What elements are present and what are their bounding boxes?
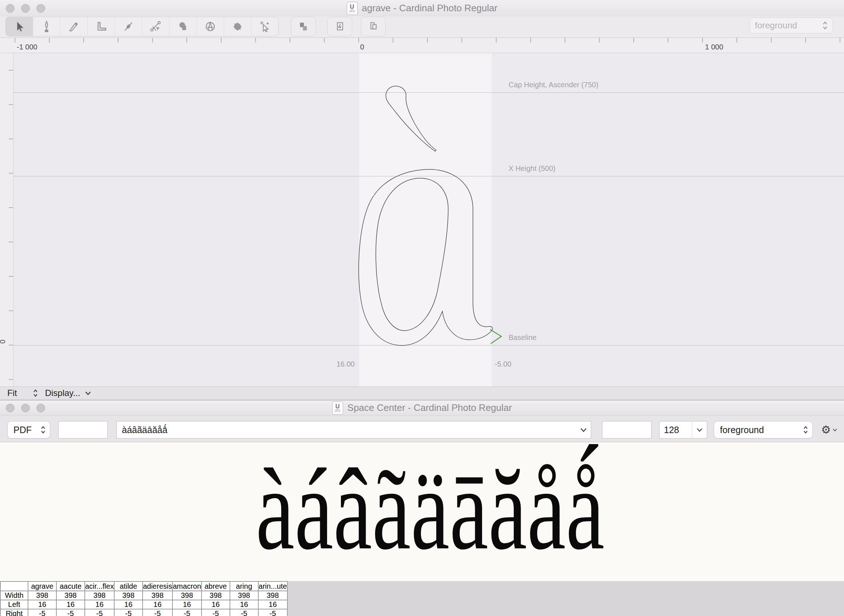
metric-cell[interactable]: 16	[201, 600, 230, 609]
suffix-input[interactable]	[602, 421, 652, 439]
agrave-outline[interactable]	[13, 53, 844, 387]
metric-cell[interactable]: 16	[172, 600, 201, 609]
space-center-titlebar[interactable]: U UFO Space Center - Cardinal Photo Regu…	[0, 400, 844, 415]
column-header[interactable]: aring	[230, 581, 258, 591]
point-size-chevron-icon[interactable]	[692, 421, 707, 438]
mode-dropdown-value: PDF	[13, 425, 32, 435]
selection-tool-button[interactable]	[6, 17, 33, 36]
zoom-fit-label[interactable]: Fit	[7, 388, 17, 398]
metric-cell[interactable]: 398	[142, 591, 172, 600]
layers-button[interactable]	[291, 17, 316, 37]
prefix-input[interactable]	[58, 421, 108, 439]
left-sidebearing-value: 16.00	[327, 360, 355, 368]
display-menu-label[interactable]: Display...	[45, 388, 81, 398]
metrics-area: agrave aacute acir...flex atilde adieres…	[0, 581, 844, 616]
ruler-label-1000: 1 000	[705, 43, 723, 51]
duplicate-window-button[interactable]	[361, 17, 386, 37]
transform-tool-button[interactable]	[197, 17, 224, 36]
knife-tool-button[interactable]	[60, 17, 88, 36]
mode-dropdown[interactable]: PDF	[7, 421, 50, 439]
pixel-tool-button[interactable]	[224, 17, 251, 36]
metric-cell[interactable]: -5	[142, 609, 172, 616]
metric-cell[interactable]: 16	[114, 600, 142, 609]
metric-cell[interactable]: -5	[201, 609, 230, 616]
minimize-button[interactable]	[21, 403, 30, 412]
pen-nib-icon	[40, 21, 53, 33]
glyph-preview-area[interactable]: àáâãäāăåǻ	[0, 442, 844, 581]
a-body-inner-contour[interactable]	[376, 178, 448, 330]
page-4-icon	[334, 21, 346, 32]
close-button[interactable]	[6, 403, 15, 412]
metric-cell[interactable]: -5	[56, 609, 85, 616]
column-header[interactable]: adieresis	[142, 581, 172, 591]
metric-cell[interactable]: 398	[230, 591, 258, 600]
preview-page-button[interactable]	[327, 17, 352, 37]
display-menu-chevron-icon[interactable]	[85, 391, 91, 395]
metric-cell[interactable]: -5	[28, 609, 56, 616]
window-controls	[6, 403, 45, 412]
tool-palette	[6, 17, 279, 37]
zoom-button[interactable]	[37, 4, 45, 13]
zoom-button[interactable]	[37, 403, 45, 412]
metric-cell[interactable]: 398	[114, 591, 142, 600]
metric-cell[interactable]: -5	[258, 609, 288, 616]
options-menu-button[interactable]: ⚙	[821, 424, 837, 435]
metric-cell[interactable]: 398	[172, 591, 201, 600]
window-title: U UFO Space Center - Cardinal Photo Regu…	[332, 402, 512, 415]
selection-arrow-icon	[13, 21, 25, 33]
measure-tool-button[interactable]	[88, 17, 115, 36]
minimize-button[interactable]	[21, 4, 30, 13]
metric-cell[interactable]: -5	[85, 609, 114, 616]
point-selection-tool-button[interactable]	[251, 17, 278, 36]
shape-tool-button[interactable]	[170, 17, 197, 36]
metric-cell[interactable]: 398	[258, 591, 288, 600]
scissors-tool-button[interactable]	[142, 17, 170, 36]
column-header[interactable]: arin...ute	[258, 581, 288, 591]
space-center-title-text: Space Center - Cardinal Photo Regular	[348, 402, 512, 414]
metric-cell[interactable]: 16	[258, 600, 288, 609]
window-controls	[6, 4, 45, 13]
metric-cell[interactable]: 398	[28, 591, 56, 600]
layer-dropdown-glyph-window[interactable]: foreground	[749, 18, 833, 34]
ufo-file-icon: U UFO	[347, 2, 358, 15]
grave-accent-contour[interactable]	[386, 86, 436, 151]
glyph-canvas[interactable]: Cap Height, Ascender (750) X Height (500…	[13, 53, 844, 387]
zoom-stepper[interactable]	[33, 389, 38, 397]
column-header[interactable]: atilde	[114, 581, 142, 591]
column-header[interactable]: aacute	[56, 581, 85, 591]
glyph-window-titlebar[interactable]: U UFO agrave - Cardinal Photo Regular	[0, 0, 844, 16]
column-header[interactable]: amacron	[172, 581, 201, 591]
layer-dropdown-space-center[interactable]: foreground	[714, 421, 813, 439]
column-header[interactable]: agrave	[28, 581, 56, 591]
metric-cell[interactable]: -5	[172, 609, 201, 616]
metric-cell[interactable]: 16	[85, 600, 114, 609]
column-header[interactable]: abreve	[201, 581, 230, 591]
table-header-row: agrave aacute acir...flex atilde adieres…	[0, 581, 288, 591]
metric-cell[interactable]: 16	[142, 600, 172, 609]
metric-cell[interactable]: 398	[201, 591, 230, 600]
metric-cell[interactable]: -5	[114, 609, 142, 616]
tangent-node-icon	[122, 21, 135, 33]
pixel-blob-icon	[231, 21, 244, 33]
point-size-combo[interactable]: 128	[659, 421, 707, 439]
close-button[interactable]	[6, 4, 15, 13]
column-header[interactable]: acir...flex	[85, 581, 114, 591]
table-row-width: Width 398 398 398 398 398 398 398 398 39…	[0, 591, 288, 600]
ufo-file-icon: U UFO	[332, 402, 343, 415]
tangent-tool-button[interactable]	[115, 17, 142, 36]
metric-cell[interactable]: 16	[230, 600, 258, 609]
chevron-down-icon	[832, 428, 837, 432]
glyph-text-input[interactable]: àáâãäāăåǻ	[116, 421, 591, 439]
a-body-outer-contour[interactable]	[359, 169, 493, 345]
metric-cell[interactable]: 16	[56, 600, 85, 609]
window-title: U UFO agrave - Cardinal Photo Regular	[347, 2, 498, 15]
metric-cell[interactable]: 398	[56, 591, 85, 600]
metric-cell[interactable]: -5	[230, 609, 258, 616]
contour-start-marker[interactable]	[490, 330, 501, 344]
pen-tool-button[interactable]	[33, 17, 60, 36]
metric-cell[interactable]: 398	[85, 591, 114, 600]
updown-chevron-icon	[822, 21, 828, 30]
metric-cell[interactable]: 16	[28, 600, 56, 609]
combo-chevron-icon[interactable]	[580, 427, 587, 433]
knife-icon	[68, 21, 80, 33]
